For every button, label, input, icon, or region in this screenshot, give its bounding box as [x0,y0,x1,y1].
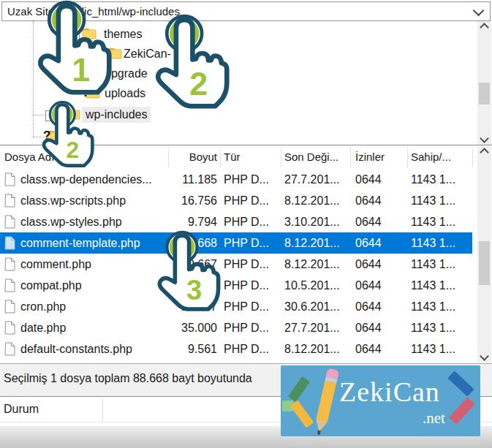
logo-tld: .net [423,409,445,428]
table-row[interactable]: class.wp-dependencies...11.185PHP D...27… [0,169,472,190]
table-row-selected[interactable]: comment-template.php88.668PHP D...8.12.2… [0,232,472,254]
column-header-size[interactable]: Boyut [146,146,217,168]
file-icon [4,215,15,232]
scroll-down-button[interactable] [477,350,491,362]
click-annotation-step-2b: 2 [31,98,96,168]
file-icon [4,257,15,274]
column-header-type[interactable]: Tür [224,146,241,168]
file-icon [4,342,15,359]
scrollbar-thumb[interactable] [479,83,490,105]
chevron-down-icon[interactable] [473,5,485,17]
file-list: class.wp-dependencies...11.185PHP D...27… [0,169,477,362]
file-icon [4,236,15,253]
file-list-scrollbar[interactable] [477,146,491,362]
column-header-owner[interactable]: Sahip/... [411,146,451,168]
queue-column-separator [102,399,103,421]
table-row[interactable]: default-filters.php30.948PHP D...8.12.20… [0,360,472,362]
table-row[interactable]: default-constants.php9.561PHP D...8.12.2… [0,338,472,360]
file-icon [4,172,15,189]
scrollbar-thumb[interactable] [479,241,490,285]
click-annotation-step-2: 2 [140,10,232,110]
table-row[interactable]: date.php35.000PHP D...27.7.201...0644114… [0,317,472,338]
step-number: 1 [72,51,90,88]
click-annotation-step-3: 3 [144,227,223,312]
selection-status-text: Seçilmiş 1 dosya toplam 88.668 bayt boyu… [4,370,252,387]
step-number: 3 [186,274,202,305]
pencil-icon [313,368,339,436]
click-annotation-step-1: 1 [22,0,115,96]
file-icon [4,278,15,295]
table-row[interactable]: class.wp-styles.php9.794PHP D...3.10.201… [0,211,472,232]
logo-title: ZekiCan [339,376,440,408]
code-bracket-icon [288,376,310,402]
code-bracket-icon [447,371,474,396]
code-bracket-icon [290,400,314,428]
table-row[interactable]: cron.php16.467PHP D...30.6.201...0644114… [0,296,472,317]
column-header-modified[interactable]: Son Deği... [284,146,338,168]
queue-column-header-status[interactable]: Durum [4,400,39,418]
file-icon [4,194,15,210]
tree-scrollbar[interactable] [477,21,491,145]
file-icon [4,321,15,338]
table-row[interactable]: compat.php3.896PHP D...10.5.201...064411… [0,275,472,296]
scroll-down-button[interactable] [477,132,491,145]
step-number: 2 [189,65,208,102]
table-row[interactable]: class.wp-scripts.php16.756PHP D...8.12.2… [0,190,472,211]
column-header-permissions[interactable]: İzinler [355,146,385,168]
step-number: 2 [66,137,79,163]
table-row[interactable]: comment.php19.667PHP D...8.12.201...0644… [0,254,472,275]
scroll-up-button[interactable] [477,21,491,34]
file-icon [4,300,15,316]
scroll-up-button[interactable] [477,146,491,159]
zekican-watermark-logo: ZekiCan .net [281,365,480,436]
code-bracket-icon [449,397,475,425]
